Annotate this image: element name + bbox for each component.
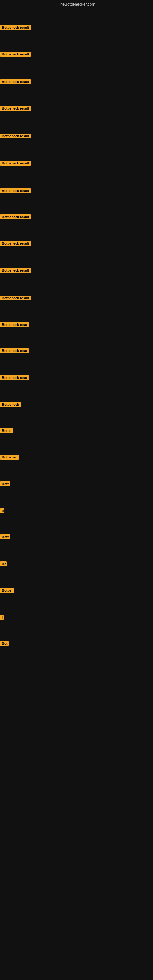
bottleneck-badge: B <box>0 508 4 513</box>
bottleneck-badge-row: Bo <box>0 562 7 568</box>
bottleneck-badge: Bott <box>0 535 10 539</box>
bottleneck-badge: Bottleneck resu <box>0 322 29 327</box>
bottleneck-badge-row: I <box>0 615 4 621</box>
bottleneck-badge: Bottleneck result <box>0 241 31 246</box>
bottleneck-badge-row: Bott <box>0 481 10 488</box>
bottleneck-badge-row: Bott <box>0 535 10 541</box>
bottleneck-badge: Bottleneck result <box>0 52 31 57</box>
bottleneck-badge: Bottleneck result <box>0 134 31 138</box>
bottleneck-badge-row: Bottleneck result <box>0 215 31 221</box>
bottleneck-badge-row: Bottleneck result <box>0 25 31 31</box>
bottleneck-badge: Bottleneck resu <box>0 375 29 380</box>
bottleneck-badge: Bottleneck result <box>0 79 31 84</box>
bottleneck-badge-row: Bottleneck result <box>0 188 31 194</box>
bottleneck-badge: Bottleneck result <box>0 25 31 30</box>
bottleneck-badge: Bo <box>0 562 7 566</box>
bottleneck-badge: I <box>0 615 4 620</box>
bottleneck-badge-row: Bottlenec <box>0 455 19 461</box>
bottleneck-badge: Bottler <box>0 588 14 593</box>
bottleneck-badge-row: Bottleneck result <box>0 268 31 274</box>
bottleneck-badge: Bottleneck result <box>0 106 31 111</box>
bottleneck-badge: Bot <box>0 641 9 646</box>
bottleneck-badge-row: Bottleneck result <box>0 134 31 140</box>
bottleneck-badge: Bottleneck resu <box>0 348 29 353</box>
bottleneck-badge-row: Bottleneck resu <box>0 322 29 328</box>
bottleneck-badge-row: Bottleneck result <box>0 161 31 167</box>
bottleneck-badge: Bottleneck result <box>0 161 31 166</box>
bottleneck-badge-row: Bottleneck result <box>0 79 31 86</box>
bottleneck-badge: Bottleneck result <box>0 188 31 193</box>
bottleneck-badge: Bottlenec <box>0 455 19 460</box>
bottleneck-badge-row: Bottler <box>0 588 14 594</box>
bottleneck-badge-row: Bottle <box>0 428 13 434</box>
bottleneck-badge-row: B <box>0 508 4 514</box>
bottleneck-badge: Bottleneck <box>0 402 21 407</box>
bottleneck-badge-row: Bottleneck resu <box>0 375 29 381</box>
bottleneck-badge-row: Bottleneck resu <box>0 348 29 354</box>
bottleneck-badge: Bott <box>0 481 10 486</box>
bottleneck-badge-row: Bot <box>0 641 9 647</box>
bottleneck-badge: Bottleneck result <box>0 268 31 273</box>
bottleneck-badge-row: Bottleneck result <box>0 296 31 302</box>
bottleneck-badge: Bottleneck result <box>0 296 31 301</box>
bottleneck-badge: Bottleneck result <box>0 215 31 219</box>
bottleneck-badge-row: Bottleneck result <box>0 106 31 112</box>
bottleneck-badge-row: Bottleneck result <box>0 241 31 247</box>
bottleneck-badge-row: Bottleneck result <box>0 52 31 58</box>
site-title: TheBottlenecker.com <box>0 0 153 8</box>
bottleneck-badge: Bottle <box>0 428 13 433</box>
bottleneck-badge-row: Bottleneck <box>0 402 21 408</box>
